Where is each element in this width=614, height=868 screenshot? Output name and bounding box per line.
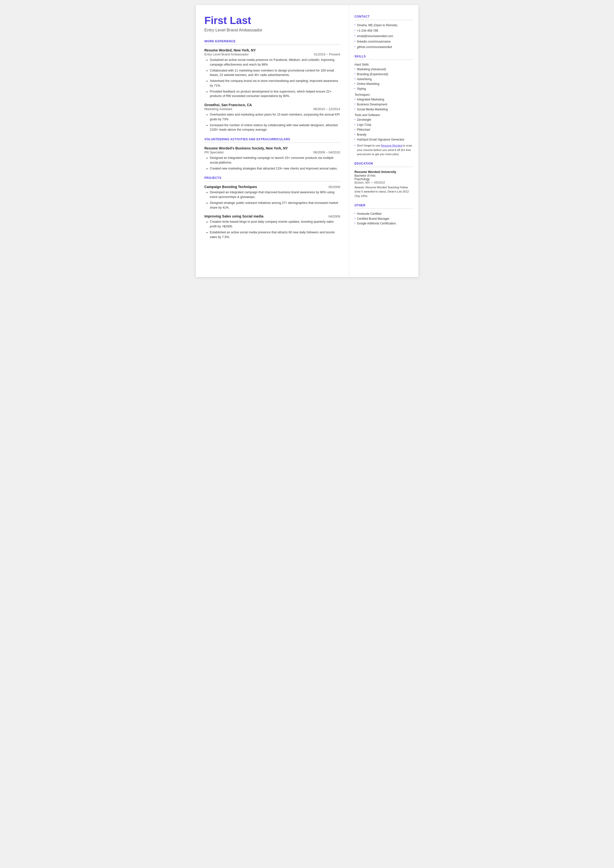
project-block-2: Improving Sales using Social media 04/20… — [205, 214, 340, 239]
project-bullets-1: Developed an integrated campaign that im… — [205, 190, 340, 210]
skill-item: Integrated Marketing — [355, 98, 413, 102]
skill-item: Styling — [355, 87, 413, 91]
job-header-2: Growthsi, San Francisco, CA — [205, 103, 340, 107]
job-date-2: 06/2010 – 12/2014 — [313, 107, 340, 111]
job-role-line-2: Marketing Assistant 06/2010 – 12/2014 — [205, 107, 340, 111]
volunteering-title: VOLUNTEERING ACTIVITIES AND EXTRACURRICU… — [205, 138, 340, 141]
volunteer-role-1: PR Specialist — [205, 151, 223, 154]
other-item: Certified Brand Manager. — [355, 217, 413, 221]
job-block-2: Growthsi, San Francisco, CA Marketing As… — [205, 103, 340, 132]
job-role-2: Marketing Assistant — [205, 107, 233, 111]
skill-item: Piktochart — [355, 128, 413, 132]
skill-item: Zeroheight — [355, 118, 413, 122]
skill-item: Branding (Experienced) — [355, 72, 413, 76]
project-date-1: 05/2009 — [329, 185, 340, 189]
project-bullets-2: Created niche-based blogs to post daily … — [205, 219, 340, 239]
list-item: Advertised the company brand via in-stor… — [206, 79, 340, 88]
project-date-2: 04/2009 — [329, 214, 340, 218]
contact-email: email@resumeworded.com — [355, 34, 413, 38]
edu-awards: Awards: Resume Worded Teaching Fellow (o… — [355, 185, 413, 198]
resume-worded-link[interactable]: Resume Worded — [381, 144, 402, 147]
contact-linkedin: linkedin.com/in/username — [355, 39, 413, 44]
project-header-2: Improving Sales using Social media 04/20… — [205, 214, 340, 218]
contact-github: github.com/resumeworded — [355, 45, 413, 49]
volunteer-bullets-1: Designed an integrated marketing campaig… — [205, 156, 340, 171]
edu-location: Boston, MA — 05/2010 — [355, 181, 413, 184]
job-block-1: Resume Worded, New York, NY Entry Level … — [205, 48, 340, 98]
candidate-name: First Last — [205, 15, 340, 26]
skill-item: Advertising — [355, 77, 413, 81]
list-item: Established an active social media prese… — [206, 230, 340, 239]
other-section-title: OTHER — [355, 203, 413, 207]
contact-divider — [355, 20, 413, 20]
edu-field: Psychology — [355, 177, 413, 181]
skill-item: HubSpot Email Signature Generator — [355, 138, 413, 142]
job-company-2: Growthsi, San Francisco, CA — [205, 103, 252, 107]
volunteer-role-line-1: PR Specialist 06/2009 – 04/2010 — [205, 151, 340, 154]
skill-item: Brandy — [355, 133, 413, 137]
left-column: First Last Entry Level Brand Ambassador … — [196, 5, 349, 277]
skill-item: Logo Crisp — [355, 123, 413, 127]
job-role-1: Entry Level Brand Ambassador — [205, 53, 249, 56]
skill-item: Business Development — [355, 102, 413, 107]
other-section: OTHER Hootsuite Certified Certified Bran… — [355, 203, 413, 226]
volunteer-header-1: Resume Worded's Business Society, New Yo… — [205, 146, 340, 150]
volunteer-block-1: Resume Worded's Business Society, New Yo… — [205, 146, 340, 171]
list-item: Provided feedback on product development… — [206, 89, 340, 99]
contact-section: CONTACT Omaha, ME (Open to Remote) +1-23… — [355, 15, 413, 49]
job-date-1: 01/2015 – Present — [314, 53, 340, 56]
edu-degree: Bachelor of Arts — [355, 174, 413, 177]
other-item: Google AdWords Certification. — [355, 222, 413, 226]
list-item: Designed strategic public outreach initi… — [206, 201, 340, 210]
work-experience-title: WORK EXPERIENCE — [205, 40, 340, 43]
skills-section-title: SKILLS — [355, 55, 413, 58]
skills-category-hard: Hard Skills: — [355, 63, 413, 66]
project-block-1: Campaign Boosting Techniques 05/2009 Dev… — [205, 185, 340, 210]
education-divider — [355, 167, 413, 167]
list-item: Created niche-based blogs to post daily … — [206, 219, 340, 229]
candidate-subtitle: Entry Level Brand Ambassador — [205, 28, 340, 33]
contact-phone: +1-234-456-789 — [355, 28, 413, 33]
skills-category-techniques: Techniques: — [355, 93, 413, 96]
right-column: CONTACT Omaha, ME (Open to Remote) +1-23… — [349, 5, 419, 277]
job-header-1: Resume Worded, New York, NY — [205, 48, 340, 52]
project-title-2: Improving Sales using Social media — [205, 214, 264, 218]
volunteer-company-1: Resume Worded's Business Society, New Yo… — [205, 146, 288, 150]
projects-divider — [205, 181, 340, 182]
skill-item: Social Media Marketing — [355, 107, 413, 112]
skill-item: Online Marketing — [355, 82, 413, 86]
skills-section: SKILLS Hard Skills: Marketing (Advanced)… — [355, 55, 413, 156]
other-item: Hootsuite Certified — [355, 212, 413, 216]
contact-location: Omaha, ME (Open to Remote) — [355, 23, 413, 28]
list-item: Designed an integrated marketing campaig… — [206, 156, 340, 165]
promo-text: Don't forget to use Resume Worded to sca… — [355, 143, 413, 156]
volunteer-date-1: 06/2009 – 04/2010 — [313, 151, 340, 154]
job-bullets-1: Sustained an active social media presenc… — [205, 57, 340, 98]
list-item: Overhauled sales and marketing action pl… — [206, 112, 340, 122]
skill-item: Marketing (Advanced) — [355, 67, 413, 71]
list-item: Developed an integrated campaign that im… — [206, 190, 340, 199]
edu-school: Resume Worded University — [355, 170, 413, 174]
list-item: Created new marketing strategies that at… — [206, 166, 340, 171]
list-item: Increased the number of online visitors … — [206, 123, 340, 132]
job-bullets-2: Overhauled sales and marketing action pl… — [205, 112, 340, 132]
resume-container: First Last Entry Level Brand Ambassador … — [196, 5, 419, 277]
project-header-1: Campaign Boosting Techniques 05/2009 — [205, 185, 340, 189]
projects-title: PROJECTS — [205, 176, 340, 180]
education-section-title: EDUCATION — [355, 162, 413, 165]
contact-section-title: CONTACT — [355, 15, 413, 18]
project-title-1: Campaign Boosting Techniques — [205, 185, 257, 189]
skills-category-tools: Tools and Software: — [355, 113, 413, 117]
job-company-1: Resume Worded, New York, NY — [205, 48, 256, 52]
education-section: EDUCATION Resume Worded University Bache… — [355, 162, 413, 198]
job-role-line-1: Entry Level Brand Ambassador 01/2015 – P… — [205, 53, 340, 56]
list-item: Sustained an active social media presenc… — [206, 57, 340, 67]
list-item: Collaborated with 11 marketing team memb… — [206, 68, 340, 78]
